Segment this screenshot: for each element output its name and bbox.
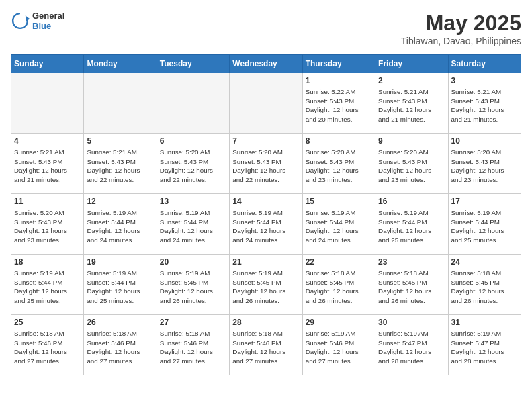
day-number: 23 [378,257,445,267]
calendar-cell: 12Sunrise: 5:19 AM Sunset: 5:44 PM Dayli… [84,194,157,255]
day-number: 3 [451,76,518,85]
day-info: Sunrise: 5:20 AM Sunset: 5:43 PM Dayligh… [160,148,226,185]
day-number: 7 [232,136,299,146]
day-number: 15 [306,197,372,206]
calendar-week-row: 1Sunrise: 5:22 AM Sunset: 5:43 PM Daylig… [11,73,521,134]
day-info: Sunrise: 5:19 AM Sunset: 5:47 PM Dayligh… [378,329,445,366]
logo-line2: Blue [32,21,64,31]
calendar-cell: 1Sunrise: 5:22 AM Sunset: 5:43 PM Daylig… [302,73,375,134]
calendar-week-row: 4Sunrise: 5:21 AM Sunset: 5:43 PM Daylig… [11,134,521,194]
day-number: 11 [14,197,81,206]
calendar-cell [230,73,302,134]
calendar-cell: 3Sunrise: 5:21 AM Sunset: 5:43 PM Daylig… [448,73,521,134]
day-info: Sunrise: 5:19 AM Sunset: 5:44 PM Dayligh… [378,208,445,245]
calendar-cell: 11Sunrise: 5:20 AM Sunset: 5:43 PM Dayli… [11,194,84,255]
day-info: Sunrise: 5:18 AM Sunset: 5:45 PM Dayligh… [378,269,445,306]
day-info: Sunrise: 5:19 AM Sunset: 5:44 PM Dayligh… [87,269,153,306]
calendar-week-row: 25Sunrise: 5:18 AM Sunset: 5:46 PM Dayli… [11,315,521,375]
weekday-header-monday: Monday [84,55,157,73]
day-number: 27 [160,318,226,327]
day-info: Sunrise: 5:18 AM Sunset: 5:45 PM Dayligh… [306,269,372,306]
calendar-cell: 25Sunrise: 5:18 AM Sunset: 5:46 PM Dayli… [11,315,84,375]
calendar-cell: 14Sunrise: 5:19 AM Sunset: 5:44 PM Dayli… [230,194,302,255]
day-info: Sunrise: 5:19 AM Sunset: 5:44 PM Dayligh… [87,208,153,245]
calendar-cell: 13Sunrise: 5:19 AM Sunset: 5:44 PM Dayli… [157,194,229,255]
calendar-table: SundayMondayTuesdayWednesdayThursdayFrid… [11,54,521,375]
day-info: Sunrise: 5:19 AM Sunset: 5:47 PM Dayligh… [451,329,518,366]
logo-text: General Blue [32,11,64,31]
day-number: 30 [378,318,445,327]
day-info: Sunrise: 5:20 AM Sunset: 5:43 PM Dayligh… [378,148,445,185]
calendar-cell [157,73,229,134]
calendar-cell: 27Sunrise: 5:18 AM Sunset: 5:46 PM Dayli… [157,315,229,375]
calendar-cell: 18Sunrise: 5:19 AM Sunset: 5:44 PM Dayli… [11,255,84,315]
day-number: 25 [14,318,81,327]
day-number: 21 [232,257,299,267]
calendar-cell [84,73,157,134]
month-year: May 2025 [401,11,521,36]
day-info: Sunrise: 5:20 AM Sunset: 5:43 PM Dayligh… [232,148,299,185]
day-number: 6 [160,136,226,146]
calendar-cell: 6Sunrise: 5:20 AM Sunset: 5:43 PM Daylig… [157,134,229,194]
calendar-cell: 15Sunrise: 5:19 AM Sunset: 5:44 PM Dayli… [302,194,375,255]
day-number: 10 [451,136,518,146]
calendar-cell: 2Sunrise: 5:21 AM Sunset: 5:43 PM Daylig… [375,73,448,134]
calendar-cell: 21Sunrise: 5:19 AM Sunset: 5:45 PM Dayli… [230,255,302,315]
weekday-header-friday: Friday [375,55,448,73]
location: Tiblawan, Davao, Philippines [401,36,521,46]
day-number: 13 [160,197,226,206]
day-number: 17 [451,197,518,206]
calendar-cell [11,73,84,134]
calendar-cell: 23Sunrise: 5:18 AM Sunset: 5:45 PM Dayli… [375,255,448,315]
day-number: 18 [14,257,81,267]
day-number: 28 [232,318,299,327]
day-number: 19 [87,257,153,267]
day-number: 2 [378,76,445,85]
day-number: 20 [160,257,226,267]
day-info: Sunrise: 5:18 AM Sunset: 5:46 PM Dayligh… [87,329,153,366]
day-number: 9 [378,136,445,146]
calendar-week-row: 18Sunrise: 5:19 AM Sunset: 5:44 PM Dayli… [11,255,521,315]
calendar-cell: 29Sunrise: 5:19 AM Sunset: 5:46 PM Dayli… [302,315,375,375]
day-info: Sunrise: 5:19 AM Sunset: 5:44 PM Dayligh… [160,208,226,245]
calendar-cell: 20Sunrise: 5:19 AM Sunset: 5:45 PM Dayli… [157,255,229,315]
day-info: Sunrise: 5:18 AM Sunset: 5:46 PM Dayligh… [232,329,299,366]
calendar-cell: 16Sunrise: 5:19 AM Sunset: 5:44 PM Dayli… [375,194,448,255]
calendar-week-row: 11Sunrise: 5:20 AM Sunset: 5:43 PM Dayli… [11,194,521,255]
weekday-header-sunday: Sunday [11,55,84,73]
day-number: 1 [306,76,372,85]
day-info: Sunrise: 5:21 AM Sunset: 5:43 PM Dayligh… [378,87,445,124]
calendar-cell: 31Sunrise: 5:19 AM Sunset: 5:47 PM Dayli… [448,315,521,375]
day-info: Sunrise: 5:20 AM Sunset: 5:43 PM Dayligh… [14,208,81,245]
calendar-cell: 30Sunrise: 5:19 AM Sunset: 5:47 PM Dayli… [375,315,448,375]
weekday-header-tuesday: Tuesday [157,55,229,73]
calendar-cell: 19Sunrise: 5:19 AM Sunset: 5:44 PM Dayli… [84,255,157,315]
calendar-cell: 28Sunrise: 5:18 AM Sunset: 5:46 PM Dayli… [230,315,302,375]
calendar-cell: 8Sunrise: 5:20 AM Sunset: 5:43 PM Daylig… [302,134,375,194]
day-info: Sunrise: 5:21 AM Sunset: 5:43 PM Dayligh… [87,148,153,185]
calendar-cell: 7Sunrise: 5:20 AM Sunset: 5:43 PM Daylig… [230,134,302,194]
weekday-header-wednesday: Wednesday [230,55,302,73]
day-number: 8 [306,136,372,146]
calendar-cell: 24Sunrise: 5:18 AM Sunset: 5:45 PM Dayli… [448,255,521,315]
day-info: Sunrise: 5:22 AM Sunset: 5:43 PM Dayligh… [306,87,372,124]
day-info: Sunrise: 5:19 AM Sunset: 5:44 PM Dayligh… [306,208,372,245]
day-info: Sunrise: 5:19 AM Sunset: 5:44 PM Dayligh… [451,208,518,245]
day-number: 29 [306,318,372,327]
weekday-header-thursday: Thursday [302,55,375,73]
logo: General Blue [11,11,64,31]
calendar-cell: 10Sunrise: 5:20 AM Sunset: 5:43 PM Dayli… [448,134,521,194]
calendar-cell: 17Sunrise: 5:19 AM Sunset: 5:44 PM Dayli… [448,194,521,255]
day-number: 16 [378,197,445,206]
day-info: Sunrise: 5:18 AM Sunset: 5:46 PM Dayligh… [160,329,226,366]
day-number: 31 [451,318,518,327]
day-info: Sunrise: 5:21 AM Sunset: 5:43 PM Dayligh… [14,148,81,185]
weekday-header-saturday: Saturday [448,55,521,73]
day-number: 12 [87,197,153,206]
logo-icon [11,11,30,30]
day-info: Sunrise: 5:21 AM Sunset: 5:43 PM Dayligh… [451,87,518,124]
day-info: Sunrise: 5:19 AM Sunset: 5:44 PM Dayligh… [14,269,81,306]
title-block: May 2025 Tiblawan, Davao, Philippines [401,11,521,46]
day-info: Sunrise: 5:18 AM Sunset: 5:45 PM Dayligh… [451,269,518,306]
day-info: Sunrise: 5:19 AM Sunset: 5:45 PM Dayligh… [160,269,226,306]
